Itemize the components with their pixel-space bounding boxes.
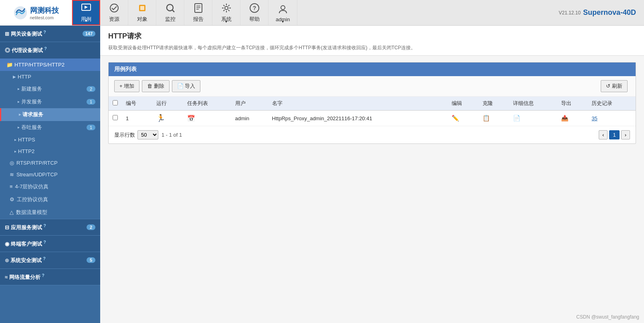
page-1-button[interactable]: 1: [609, 130, 619, 139]
sidebar-item-rtsp[interactable]: ◎RTSP/RTP/RTCP: [0, 157, 100, 169]
sidebar-section-header-zhongduan[interactable]: ◉ 终端客户测试 ?: [0, 236, 100, 252]
col-run: 运行: [152, 97, 183, 111]
page-description: 获取受测设备处理HTTP请求的最快速率，每个虚拟用户建立一条TCP连接，循环完成…: [108, 44, 636, 51]
sidebar-item-stream_udp[interactable]: ≋Stream/UDP/TCP: [0, 169, 100, 180]
sidebar-item-http_group[interactable]: ▶HTTP: [0, 71, 100, 83]
sidebar-section-yingyong: ⊟ 应用服务测试 ?2: [0, 219, 100, 236]
nav-item-bangzhu[interactable]: ? 帮助: [240, 0, 269, 25]
nav-item-duixiang[interactable]: 对象: [128, 0, 156, 25]
row-id-1: 1: [122, 111, 152, 126]
sidebar-item-traffic_model[interactable]: △数据流量模型: [0, 206, 100, 219]
badge-吞吐_service: 1: [87, 125, 95, 130]
svg-text:?: ?: [252, 5, 256, 11]
logo-icon: [13, 6, 28, 20]
data-table: 编号 运行 任务列表 用户 名字 编辑 克隆 详细信息 导出 历史记录: [109, 97, 636, 126]
logo-text: 网测科技: [30, 6, 59, 15]
sidebar-section-wangluo_liuliang: ≈ 网络流量分析 ?: [0, 269, 100, 285]
table-header: 编号 运行 任务列表 用户 名字 编辑 克隆 详细信息 导出 历史记录: [109, 97, 636, 111]
badge-yingyong: 2: [87, 224, 95, 230]
badge-concurrent_service: 1: [87, 99, 95, 105]
page-range-info: 1 - 1 of 1: [162, 132, 182, 138]
sidebar: ⊞ 网关设备测试 ?147◎ 代理设备测试 ?📁HTTP/HTTPS/HTTP2…: [0, 26, 100, 323]
sidebar-item-吞吐_service[interactable]: ▸吞吐服务1: [0, 121, 100, 134]
sidebar-sub-http_https[interactable]: 📁HTTP/HTTPS/HTTP2: [0, 59, 100, 71]
col-clone: 克隆: [478, 97, 509, 111]
svg-line-6: [172, 10, 174, 12]
top-navigation: 网测科技 netitest.com 用例 ▼ 资源 对象 监控 报告 系统 ▼ …: [0, 0, 644, 26]
version-label: V21.12.10: [559, 10, 581, 16]
bangzhu-icon: ?: [249, 2, 260, 15]
page-size-select[interactable]: 50 10 20 100: [137, 130, 158, 139]
col-detail: 详细信息: [509, 97, 557, 111]
table-body: 1 🏃 📅 admin HttpRps_Proxy_admin_20221116…: [109, 111, 636, 126]
nav-item-jiankong[interactable]: 监控: [156, 0, 184, 25]
badge-wangguan: 147: [83, 31, 95, 36]
ziyuan-icon: [109, 2, 120, 15]
nav-item-admin[interactable]: admin ▼: [269, 0, 297, 25]
next-page-button[interactable]: ›: [621, 130, 630, 139]
row-checkbox-cell: [109, 111, 122, 126]
xitong-arrow: ▼: [224, 20, 228, 24]
add-button[interactable]: + 增加: [114, 80, 139, 92]
admin-arrow: ▼: [281, 20, 285, 24]
refresh-button[interactable]: ↺ 刷新: [601, 80, 628, 92]
row-checkbox-1[interactable]: [113, 115, 118, 120]
import-button[interactable]: 📄 导入: [172, 80, 201, 92]
sidebar-section-header-wangluo_liuliang[interactable]: ≈ 网络流量分析 ?: [0, 269, 100, 285]
table-row: 1 🏃 📅 admin HttpRps_Proxy_admin_20221116…: [109, 111, 636, 126]
page-header: HTTP请求 获取受测设备处理HTTP请求的最快速率，每个虚拟用户建立一条TCP…: [100, 26, 644, 56]
sidebar-item-concurrent_service[interactable]: ▸并发服务1: [0, 95, 100, 108]
col-task-list: 任务列表: [183, 97, 231, 111]
sidebar-section-wangguan: ⊞ 网关设备测试 ?147: [0, 26, 100, 42]
badge-new_service: 2: [87, 86, 95, 92]
jiankong-label: 监控: [165, 16, 176, 23]
select-all-checkbox[interactable]: [113, 100, 118, 105]
row-history-1[interactable]: 35: [587, 111, 636, 126]
nav-item-baogao[interactable]: 报告: [184, 0, 212, 25]
sidebar-item-layer47[interactable]: ≡4-7层协议仿真: [0, 180, 100, 193]
ziyuan-label: 资源: [109, 16, 119, 23]
sidebar-section-zhongduan: ◉ 终端客户测试 ?: [0, 236, 100, 252]
duixiang-label: 对象: [137, 16, 147, 23]
nav-item-ziyuan[interactable]: 资源: [100, 0, 128, 25]
nav-items: 用例 ▼ 资源 对象 监控 报告 系统 ▼ ? 帮助 admin ▼: [72, 0, 559, 25]
logo-sub: netitest.com: [30, 15, 59, 20]
col-export: 导出: [557, 97, 587, 111]
sidebar-section-header-wangguan[interactable]: ⊞ 网关设备测试 ?147: [0, 26, 100, 42]
sidebar-section-xitong_anquan: ⊙ 系统安全测试 ?5: [0, 252, 100, 268]
bangzhu-label: 帮助: [249, 16, 260, 23]
row-run-1[interactable]: 🏃: [152, 111, 183, 126]
pagination-bar: 显示行数 50 10 20 100 1 - 1 of 1 ‹ 1 ›: [109, 126, 636, 143]
svg-point-11: [225, 6, 228, 10]
sidebar-item-new_service[interactable]: ▸新建服务2: [0, 83, 100, 95]
page-title: HTTP请求: [108, 31, 636, 41]
sidebar-section-header-xitong_anquan[interactable]: ⊙ 系统安全测试 ?5: [0, 252, 100, 268]
row-edit-1[interactable]: ✏️: [448, 111, 478, 126]
svg-rect-7: [195, 4, 202, 12]
row-detail-1[interactable]: 📄: [509, 111, 557, 126]
sidebar-section-header-daili[interactable]: ◎ 代理设备测试 ?: [0, 42, 100, 58]
sidebar-section-daili: ◎ 代理设备测试 ?📁HTTP/HTTPS/HTTP2▶HTTP▸新建服务2▸并…: [0, 42, 100, 219]
nav-item-xitong[interactable]: 系统 ▼: [212, 0, 240, 25]
page-size-label: 显示行数: [114, 131, 135, 139]
row-export-1[interactable]: 📤: [557, 111, 587, 126]
xitong-icon: [221, 2, 232, 15]
sidebar-item-http2[interactable]: ▸HTTP2: [0, 145, 100, 157]
sidebar-item-industrial[interactable]: ⚙工控协议仿真: [0, 193, 100, 206]
main-content: HTTP请求 获取受测设备处理HTTP请求的最快速率，每个虚拟用户建立一条TCP…: [100, 26, 644, 323]
nav-item-yongli[interactable]: 用例 ▼: [72, 0, 100, 25]
main-layout: ⊞ 网关设备测试 ?147◎ 代理设备测试 ?📁HTTP/HTTPS/HTTP2…: [0, 26, 644, 323]
prev-page-button[interactable]: ‹: [599, 130, 608, 139]
col-user: 用户: [231, 97, 268, 111]
yongli-icon: [81, 2, 92, 15]
col-name: 名字: [268, 97, 448, 111]
delete-button[interactable]: 🗑 删除: [142, 80, 170, 92]
col-history: 历史记录: [587, 97, 636, 111]
version-area: V21.12.10 Supernova-40D: [559, 0, 644, 25]
jiankong-icon: [165, 2, 176, 15]
row-task-1[interactable]: 📅: [183, 111, 231, 126]
sidebar-item-https[interactable]: ▸HTTPS: [0, 134, 100, 145]
row-clone-1[interactable]: 📋: [478, 111, 509, 126]
sidebar-item-request_service[interactable]: ▸请求服务: [0, 108, 100, 121]
sidebar-section-header-yingyong[interactable]: ⊟ 应用服务测试 ?2: [0, 219, 100, 235]
